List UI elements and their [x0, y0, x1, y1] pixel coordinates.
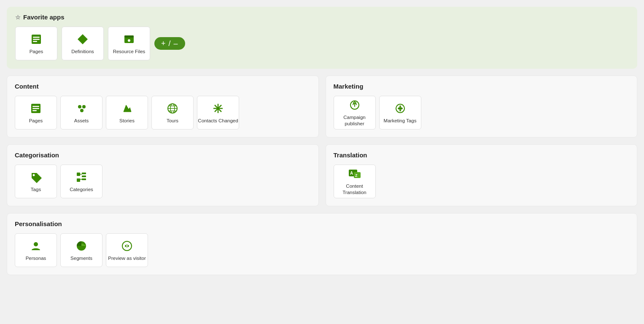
content-title: Content: [15, 83, 311, 90]
personas-label: Personas: [26, 255, 46, 262]
add-remove-button[interactable]: + / –: [154, 37, 185, 50]
svg-rect-31: [77, 178, 80, 182]
marketing-app-campaign[interactable]: Campaign publisher: [334, 96, 376, 130]
pages-icon: [29, 102, 43, 115]
marketing-tags-label: Marketing Tags: [384, 118, 417, 124]
translation-title: Translation: [334, 151, 630, 159]
favorite-apps-row: Pages Definitions: [15, 27, 629, 60]
svg-rect-9: [32, 106, 39, 107]
personal-app-personas[interactable]: Personas: [15, 233, 57, 267]
personalisation-title: Personalisation: [15, 220, 629, 227]
svg-point-29: [33, 174, 35, 176]
svg-rect-2: [33, 39, 40, 40]
svg-rect-6: [124, 35, 134, 38]
cat-categories-label: Categories: [70, 186, 93, 193]
star-icon: ☆: [15, 14, 21, 21]
content-translation-icon: A Z: [348, 167, 361, 181]
svg-point-7: [128, 39, 130, 42]
fav-app-definitions[interactable]: Definitions: [62, 27, 104, 60]
svg-rect-32: [82, 173, 86, 174]
personal-app-segments[interactable]: Segments: [60, 233, 102, 267]
tours-icon: [166, 102, 179, 115]
content-app-contacts-changed[interactable]: Contacts Changed: [197, 96, 239, 130]
svg-rect-1: [33, 37, 40, 38]
marketing-section: Marketing Campaign publisher: [326, 76, 638, 138]
content-section: Content Pages: [7, 76, 319, 138]
content-assets-label: Assets: [74, 118, 89, 124]
tags-icon: [29, 170, 43, 184]
translation-app-content[interactable]: A Z Content Translation: [334, 165, 376, 198]
fav-app-resourcefiles[interactable]: Resource Files: [108, 27, 150, 60]
preview-label: Preview as visitor: [108, 255, 146, 262]
categorisation-title: Categorisation: [15, 151, 311, 159]
fav-resourcefiles-label: Resource Files: [113, 49, 146, 55]
page-wrapper: ☆ Favorite apps Pages: [7, 7, 637, 324]
categorisation-apps-grid: Tags Categ: [15, 165, 311, 198]
categories-icon: [75, 170, 88, 184]
cat-app-tags[interactable]: Tags: [15, 165, 57, 198]
pages-icon: [30, 32, 43, 46]
favorite-apps-section: ☆ Favorite apps Pages: [7, 7, 637, 69]
stories-icon: [120, 102, 134, 115]
content-stories-label: Stories: [119, 118, 135, 124]
fav-pages-label: Pages: [30, 49, 43, 55]
fav-definitions-label: Definitions: [71, 49, 94, 55]
svg-point-14: [80, 109, 84, 112]
segments-icon: [75, 239, 88, 253]
campaign-icon: [348, 98, 361, 112]
marketing-apps-grid: Campaign publisher Marketing Tags: [334, 96, 630, 130]
svg-rect-33: [82, 176, 86, 177]
svg-rect-11: [32, 110, 37, 111]
translation-section: Translation A Z Content Translation: [326, 144, 638, 206]
content-app-tours[interactable]: Tours: [151, 96, 194, 130]
svg-text:Z: Z: [355, 173, 358, 178]
personal-app-preview[interactable]: Preview as visitor: [106, 233, 148, 267]
svg-text:A: A: [350, 171, 353, 176]
personas-icon: [29, 239, 43, 253]
preview-icon: [120, 239, 134, 253]
svg-point-45: [126, 245, 128, 247]
translation-apps-grid: A Z Content Translation: [334, 165, 630, 198]
cat-app-categories[interactable]: Categories: [60, 165, 102, 198]
content-contacts-changed-label: Contacts Changed: [198, 118, 238, 124]
content-app-assets[interactable]: Assets: [60, 96, 102, 130]
content-tours-label: Tours: [167, 118, 178, 124]
svg-point-12: [78, 105, 81, 108]
svg-rect-3: [33, 41, 37, 42]
personalisation-apps-grid: Personas Segments: [15, 233, 629, 267]
svg-point-41: [34, 242, 38, 246]
contacts-changed-icon: [211, 102, 225, 115]
favorite-apps-title: ☆ Favorite apps: [15, 14, 629, 21]
svg-point-13: [82, 105, 86, 108]
campaign-label: Campaign publisher: [334, 114, 375, 127]
svg-rect-10: [32, 108, 39, 109]
marketing-app-tags[interactable]: Marketing Tags: [379, 96, 421, 130]
segments-label: Segments: [70, 255, 92, 262]
svg-rect-34: [82, 178, 86, 180]
content-pages-label: Pages: [29, 118, 43, 124]
marketing-title: Marketing: [334, 83, 630, 90]
definitions-icon: [76, 32, 89, 46]
content-apps-grid: Pages Assets: [15, 96, 311, 130]
svg-point-26: [398, 107, 403, 110]
resourcefiles-icon: [122, 32, 136, 46]
svg-point-28: [399, 110, 401, 111]
personalisation-section: Personalisation Personas: [7, 213, 637, 275]
svg-marker-4: [78, 34, 88, 44]
categorisation-section: Categorisation Tags: [7, 144, 319, 206]
svg-rect-30: [77, 173, 80, 176]
fav-app-pages[interactable]: Pages: [15, 27, 57, 60]
marketing-tags-icon: [393, 102, 407, 115]
cat-tags-label: Tags: [31, 186, 41, 193]
content-app-pages[interactable]: Pages: [15, 96, 57, 130]
content-app-stories[interactable]: Stories: [106, 96, 148, 130]
content-translation-label: Content Translation: [334, 183, 375, 196]
svg-point-27: [399, 105, 401, 107]
categories-grid: Content Pages: [7, 76, 637, 206]
assets-icon: [75, 102, 88, 115]
